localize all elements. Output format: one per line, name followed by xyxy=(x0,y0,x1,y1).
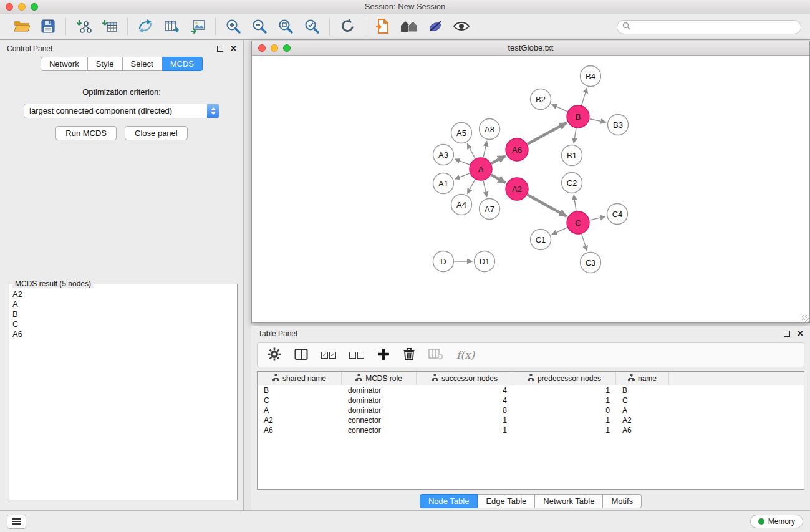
graph-edge-A-A6[interactable] xyxy=(491,156,506,163)
tab-style[interactable]: Style xyxy=(88,57,123,71)
column-header-predecessor-nodes[interactable]: predecessor nodes xyxy=(513,372,616,385)
graph-node-A5[interactable]: A5 xyxy=(451,123,472,143)
graph-node-B3[interactable]: B3 xyxy=(608,115,629,135)
open-recent-button[interactable] xyxy=(370,16,396,37)
close-panel-button[interactable]: Close panel xyxy=(125,126,188,140)
result-item[interactable]: B xyxy=(12,309,236,319)
zoom-fit-button[interactable] xyxy=(272,16,299,37)
graph-edge-A-A5[interactable] xyxy=(467,143,475,158)
graph-edge-C-C1[interactable] xyxy=(552,228,567,235)
table-row[interactable]: Bdominator41B xyxy=(258,385,804,395)
window-resize-grip[interactable] xyxy=(802,315,809,322)
import-table-button[interactable] xyxy=(97,16,123,37)
network-close-button[interactable] xyxy=(258,44,266,52)
criterion-dropdown[interactable]: largest connected component (directed) xyxy=(24,104,219,118)
graph-node-A8[interactable]: A8 xyxy=(480,119,500,140)
table-row[interactable]: A2connector11A2 xyxy=(258,415,804,425)
graph-edge-B-B4[interactable] xyxy=(582,88,587,105)
refresh-view-button[interactable] xyxy=(334,16,360,37)
float-table-panel-icon[interactable] xyxy=(784,331,790,337)
close-table-panel-icon[interactable]: × xyxy=(798,330,803,337)
graph-node-C3[interactable]: C3 xyxy=(581,253,601,273)
home-views-button[interactable] xyxy=(396,16,422,37)
import-network-button[interactable] xyxy=(70,16,97,37)
memory-button[interactable]: Memory xyxy=(750,515,803,528)
show-hide-button[interactable] xyxy=(448,16,475,37)
table-row[interactable]: Adominator80A xyxy=(258,405,804,415)
run-mcds-button[interactable]: Run MCDS xyxy=(55,126,117,140)
zoom-in-button[interactable] xyxy=(220,16,246,37)
select-all-columns-button[interactable]: ✓✓ xyxy=(321,352,336,359)
network-canvas[interactable]: B4B2BB3A5A8A6A3B1AA1C2A2A4A7C4CC1C3DD1 xyxy=(252,56,809,322)
graph-node-B1[interactable]: B1 xyxy=(562,145,582,166)
graph-node-D[interactable]: D xyxy=(433,251,454,272)
network-share-button[interactable] xyxy=(132,16,158,37)
style-brush-button[interactable] xyxy=(422,16,448,37)
search-box[interactable] xyxy=(617,20,801,34)
function-builder-button[interactable]: f(x) xyxy=(456,349,475,361)
graph-node-A7[interactable]: A7 xyxy=(480,199,500,220)
graph-edge-A-A8[interactable] xyxy=(483,141,487,157)
graph-edge-A-A3[interactable] xyxy=(455,159,470,165)
network-minimize-button[interactable] xyxy=(271,44,278,52)
create-column-button[interactable] xyxy=(377,348,390,362)
tab-mcds[interactable]: MCDS xyxy=(162,57,203,71)
graph-edge-A-A1[interactable] xyxy=(455,173,470,179)
graph-edge-A-A7[interactable] xyxy=(483,181,487,197)
result-item[interactable]: A6 xyxy=(12,329,236,339)
graph-node-A2[interactable]: A2 xyxy=(506,178,528,200)
graph-edge-B-B1[interactable] xyxy=(574,128,576,143)
close-panel-icon[interactable]: × xyxy=(231,45,236,52)
graph-node-D1[interactable]: D1 xyxy=(475,251,495,272)
graph-edge-C-C2[interactable] xyxy=(574,195,576,211)
zoom-out-button[interactable] xyxy=(246,16,272,37)
graph-node-B[interactable]: B xyxy=(567,105,589,128)
open-session-button[interactable] xyxy=(9,16,35,37)
graph-node-A1[interactable]: A1 xyxy=(433,173,454,194)
delete-row-button[interactable] xyxy=(403,347,415,363)
graph-edge-C-C3[interactable] xyxy=(582,234,587,251)
close-window-button[interactable] xyxy=(6,3,13,11)
table-row[interactable]: Cdominator41C xyxy=(258,395,804,405)
graph-edge-C-C4[interactable] xyxy=(590,216,605,220)
graph-node-A4[interactable]: A4 xyxy=(451,195,472,215)
graph-node-C4[interactable]: C4 xyxy=(607,204,628,225)
zoom-window-button[interactable] xyxy=(31,3,38,11)
result-item[interactable]: C xyxy=(12,319,236,329)
column-header-shared-name[interactable]: shared name xyxy=(258,372,342,385)
graph-node-C2[interactable]: C2 xyxy=(562,173,582,193)
float-panel-icon[interactable] xyxy=(217,46,223,52)
tab-motifs[interactable]: Motifs xyxy=(603,494,642,508)
export-table-button[interactable] xyxy=(158,16,185,37)
graph-node-B2[interactable]: B2 xyxy=(531,89,551,110)
tab-network[interactable]: Network xyxy=(41,57,88,71)
graph-edge-A2-C[interactable] xyxy=(528,195,567,216)
graph-node-B4[interactable]: B4 xyxy=(581,66,601,87)
save-session-button[interactable] xyxy=(35,16,61,37)
result-item[interactable]: A xyxy=(12,299,236,309)
column-header-name[interactable]: name xyxy=(616,372,669,385)
graph-edge-A-A4[interactable] xyxy=(467,180,475,194)
graph-edge-B-B3[interactable] xyxy=(590,119,606,122)
graph-edge-A-A2[interactable] xyxy=(491,175,506,183)
unselect-all-columns-button[interactable] xyxy=(349,352,364,359)
graph-node-A[interactable]: A xyxy=(470,158,492,180)
tab-edge-table[interactable]: Edge Table xyxy=(478,494,535,508)
zoom-selected-button[interactable] xyxy=(299,16,325,37)
tab-node-table[interactable]: Node Table xyxy=(420,494,478,508)
column-header-MCDS-role[interactable]: MCDS role xyxy=(342,372,417,385)
column-header-successor-nodes[interactable]: successor nodes xyxy=(417,372,513,385)
graph-node-A6[interactable]: A6 xyxy=(506,138,528,161)
graph-node-C[interactable]: C xyxy=(567,211,589,234)
tab-select[interactable]: Select xyxy=(123,57,162,71)
search-input[interactable] xyxy=(634,22,796,32)
table-settings-button[interactable] xyxy=(268,347,281,363)
graph-node-C1[interactable]: C1 xyxy=(531,230,551,250)
task-history-button[interactable] xyxy=(7,515,26,529)
graph-node-A3[interactable]: A3 xyxy=(433,145,454,165)
show-columns-button[interactable] xyxy=(294,348,308,362)
minimize-window-button[interactable] xyxy=(18,3,26,11)
network-zoom-button[interactable] xyxy=(283,44,291,52)
network-window-titlebar[interactable]: testGlobe.txt xyxy=(252,41,809,56)
export-image-button[interactable] xyxy=(185,16,211,37)
